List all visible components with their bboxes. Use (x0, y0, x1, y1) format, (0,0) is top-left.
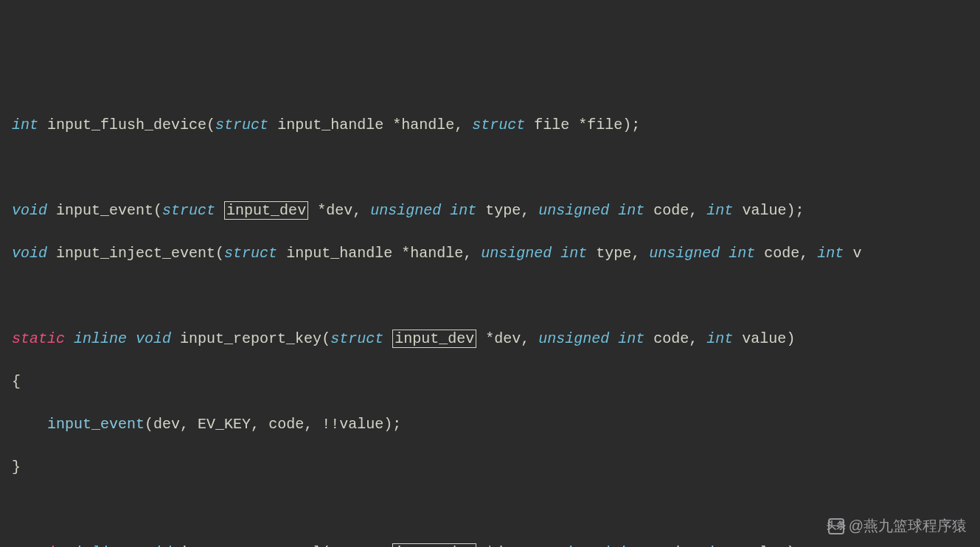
param-type: unsigned int (370, 202, 476, 219)
param-name: code (764, 245, 799, 262)
keyword-inline: inline (74, 330, 127, 347)
param-name: *dev (317, 202, 352, 219)
param-name: *handle (401, 245, 463, 262)
param-name: code (653, 330, 689, 347)
param-name: *dev (485, 544, 521, 547)
param-type: int (706, 202, 733, 219)
function-call: input_event (47, 416, 145, 433)
constant: EV_KEY (198, 416, 251, 433)
type-name: file (534, 116, 569, 133)
param-name: value (742, 330, 786, 347)
param-name: v (852, 245, 861, 262)
param-name: *handle (392, 116, 454, 133)
arg: dev (153, 416, 180, 433)
brace-close: } (12, 456, 968, 478)
param-name: *file (578, 116, 622, 133)
code-line: int input_flush_device(struct input_hand… (12, 114, 968, 136)
return-type: int (12, 116, 38, 133)
keyword-struct: struct (224, 245, 277, 262)
param-type: unsigned int (538, 544, 644, 547)
param-name: value (742, 544, 786, 547)
highlighted-type: input_dev (224, 201, 308, 220)
function-name: input_event (56, 202, 153, 219)
code-editor: int input_flush_device(struct input_hand… (12, 93, 968, 547)
param-name: code (653, 202, 689, 219)
return-type: void (12, 202, 47, 219)
code-line: void input_inject_event(struct input_han… (12, 243, 968, 264)
param-type: int (817, 245, 844, 262)
function-name: input_report_rel (180, 544, 322, 547)
param-type: unsigned int (481, 245, 587, 262)
keyword-struct: struct (472, 116, 525, 133)
return-type: void (12, 245, 47, 262)
watermark-icon: 头条 (828, 518, 844, 534)
param-type: int (706, 330, 733, 347)
blank-line (12, 157, 968, 178)
watermark: 头条 @燕九篮球程序猿 (828, 515, 967, 537)
blank-line (12, 285, 968, 307)
keyword-struct: struct (330, 544, 383, 547)
code-line: static inline void input_report_key(stru… (12, 328, 968, 349)
param-type: unsigned int (538, 330, 644, 347)
code-line: static inline void input_report_rel(stru… (12, 542, 968, 547)
param-name: type (596, 245, 631, 262)
blank-line (12, 499, 968, 520)
param-name: type (485, 202, 521, 219)
return-type: void (136, 544, 171, 547)
code-line: input_event(dev, EV_KEY, code, !!value); (12, 414, 968, 435)
function-name: input_flush_device (47, 116, 206, 133)
param-type: unsigned int (649, 245, 755, 262)
keyword-inline: inline (74, 544, 127, 547)
keyword-struct: struct (162, 202, 215, 219)
param-type: int (706, 544, 733, 547)
keyword-static: static (12, 330, 65, 347)
keyword-static: static (12, 544, 65, 547)
function-name: input_report_key (180, 330, 322, 347)
function-name: input_inject_event (56, 245, 215, 262)
param-name: value (742, 202, 786, 219)
type-name: input_handle (286, 245, 392, 262)
watermark-text: @燕九篮球程序猿 (849, 515, 967, 537)
keyword-struct: struct (215, 116, 268, 133)
keyword-struct: struct (330, 330, 383, 347)
return-type: void (136, 330, 171, 347)
highlighted-type: input_dev (392, 543, 476, 547)
arg: code (268, 416, 304, 433)
code-line: void input_event(struct input_dev *dev, … (12, 200, 968, 221)
arg: !!value (322, 416, 383, 433)
param-type: unsigned int (538, 202, 644, 219)
param-name: code (653, 544, 689, 547)
brace-open: { (12, 371, 968, 392)
param-name: *dev (485, 330, 521, 347)
highlighted-type: input_dev (392, 330, 476, 348)
type-name: input_handle (277, 116, 383, 133)
